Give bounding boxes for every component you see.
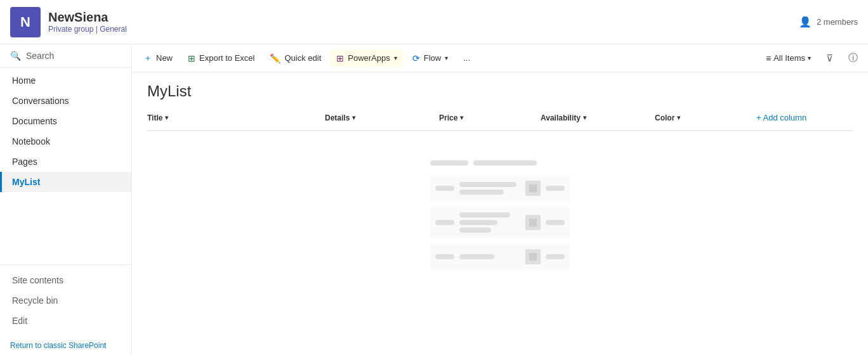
- search-label: Search: [26, 51, 54, 61]
- power-apps-label: PowerApps: [348, 53, 390, 63]
- sidebar-item-home[interactable]: Home: [0, 70, 131, 91]
- members-label: 2 members: [817, 17, 858, 27]
- powerapps-button[interactable]: ⊞ PowerApps ▾: [330, 49, 403, 67]
- sidebar-item-edit-label: Edit: [12, 316, 27, 326]
- add-column-button[interactable]: + Add column: [756, 110, 806, 125]
- toolbar-right: ≡ All Items ▾ ⊽ ⓘ: [761, 49, 863, 67]
- quick-edit-label: Quick edit: [284, 53, 321, 63]
- export-excel-button[interactable]: ⊞ Export to Excel: [181, 49, 261, 67]
- skeleton-bar-1: [430, 160, 468, 165]
- list-header: Title ▾ Details ▾ Price ▾ Availability ▾…: [147, 110, 853, 131]
- skeleton-row-2: [430, 207, 570, 238]
- powerapps-icon: ⊞: [336, 53, 344, 63]
- skeleton-row-3: [430, 244, 570, 269]
- sidebar-item-pages-label: Pages: [12, 157, 37, 167]
- col-header-availability[interactable]: Availability ▾: [541, 110, 655, 125]
- sidebar-item-site-contents[interactable]: Site contents: [0, 270, 131, 290]
- skeleton-container: [430, 157, 570, 276]
- col-header-price[interactable]: Price ▾: [439, 110, 541, 125]
- site-info: NewSiena Private group | General: [48, 10, 127, 34]
- view-chevron-icon: ▾: [808, 55, 811, 61]
- sidebar-item-conversations[interactable]: Conversations: [0, 91, 131, 111]
- col-header-details[interactable]: Details ▾: [325, 110, 439, 125]
- flow-label: Flow: [424, 53, 441, 63]
- sidebar-item-home-label: Home: [12, 75, 36, 86]
- info-icon[interactable]: ⓘ: [843, 49, 863, 67]
- list-title: MyList: [147, 82, 853, 100]
- sidebar-item-documents[interactable]: Documents: [0, 111, 131, 131]
- col-header-title[interactable]: Title ▾: [147, 110, 325, 125]
- skeleton-img-3: [525, 249, 541, 264]
- view-label: All Items: [773, 53, 805, 63]
- toolbar: ＋ New ⊞ Export to Excel ✏️ Quick edit ⊞ …: [132, 44, 868, 72]
- return-to-classic-link[interactable]: Return to classic SharePoint: [0, 336, 131, 355]
- more-button[interactable]: ...: [457, 49, 477, 67]
- top-header: N NewSiena Private group | General 👤 2 m…: [0, 0, 868, 44]
- empty-illustration: [147, 131, 853, 301]
- site-name: NewSiena: [48, 10, 127, 25]
- more-label: ...: [463, 53, 470, 63]
- svg-rect-2: [529, 253, 537, 261]
- new-label: New: [156, 53, 173, 63]
- sidebar-item-mylist[interactable]: MyList: [0, 172, 131, 192]
- price-sort-icon: ▾: [460, 114, 463, 121]
- site-meta: Private group | General: [48, 25, 127, 34]
- list-area: MyList Title ▾ Details ▾ Price ▾ Availab…: [132, 72, 868, 355]
- title-sort-icon: ▾: [165, 114, 168, 121]
- new-button[interactable]: ＋ New: [137, 49, 179, 68]
- edit-icon: ✏️: [270, 53, 280, 63]
- svg-rect-0: [529, 184, 537, 192]
- view-icon: ≡: [766, 53, 771, 63]
- sidebar-item-conversations-label: Conversations: [12, 96, 69, 106]
- sidebar-item-notebook[interactable]: Notebook: [0, 131, 131, 152]
- filter-icon[interactable]: ⊽: [821, 50, 838, 67]
- sidebar-item-site-contents-label: Site contents: [12, 275, 63, 285]
- sidebar-item-mylist-label: MyList: [12, 177, 40, 187]
- flow-button[interactable]: ⟳ Flow ▾: [406, 49, 454, 67]
- sidebar-item-documents-label: Documents: [12, 116, 57, 126]
- sidebar-bottom: Site contents Recycle bin Edit: [0, 264, 131, 336]
- col-header-color[interactable]: Color ▾: [655, 110, 756, 125]
- availability-sort-icon: ▾: [583, 114, 586, 121]
- add-column-label: + Add column: [756, 113, 806, 122]
- view-selector[interactable]: ≡ All Items ▾: [761, 51, 816, 66]
- main-layout: 🔍 Search Home Conversations Documents No…: [0, 44, 868, 355]
- content-area: ＋ New ⊞ Export to Excel ✏️ Quick edit ⊞ …: [132, 44, 868, 355]
- svg-rect-1: [529, 219, 537, 226]
- sidebar: 🔍 Search Home Conversations Documents No…: [0, 44, 132, 355]
- sidebar-item-pages[interactable]: Pages: [0, 152, 131, 172]
- sidebar-search[interactable]: 🔍 Search: [0, 44, 131, 68]
- skeleton-bar-2: [473, 160, 537, 165]
- sidebar-item-recycle-bin-label: Recycle bin: [12, 295, 58, 306]
- new-icon: ＋: [143, 53, 152, 64]
- app-icon: N: [10, 7, 41, 37]
- flow-chevron-icon: ▾: [445, 55, 448, 61]
- excel-icon: ⊞: [188, 53, 195, 63]
- members-icon: 👤: [799, 16, 812, 28]
- color-sort-icon: ▾: [677, 114, 680, 121]
- skeleton-img-1: [525, 181, 541, 196]
- export-label: Export to Excel: [199, 53, 254, 63]
- details-sort-icon: ▾: [352, 114, 355, 121]
- flow-icon: ⟳: [412, 53, 420, 63]
- sidebar-nav: Home Conversations Documents Notebook Pa…: [0, 68, 131, 264]
- sidebar-item-recycle-bin[interactable]: Recycle bin: [0, 290, 131, 311]
- powerapps-chevron-icon: ▾: [394, 55, 397, 61]
- quick-edit-button[interactable]: ✏️ Quick edit: [263, 49, 327, 67]
- members-info: 👤 2 members: [799, 16, 858, 28]
- sidebar-item-notebook-label: Notebook: [12, 136, 50, 146]
- sidebar-item-edit[interactable]: Edit: [0, 311, 131, 331]
- skeleton-img-2: [525, 215, 541, 230]
- skeleton-row-1: [430, 176, 570, 201]
- search-icon: 🔍: [10, 51, 21, 61]
